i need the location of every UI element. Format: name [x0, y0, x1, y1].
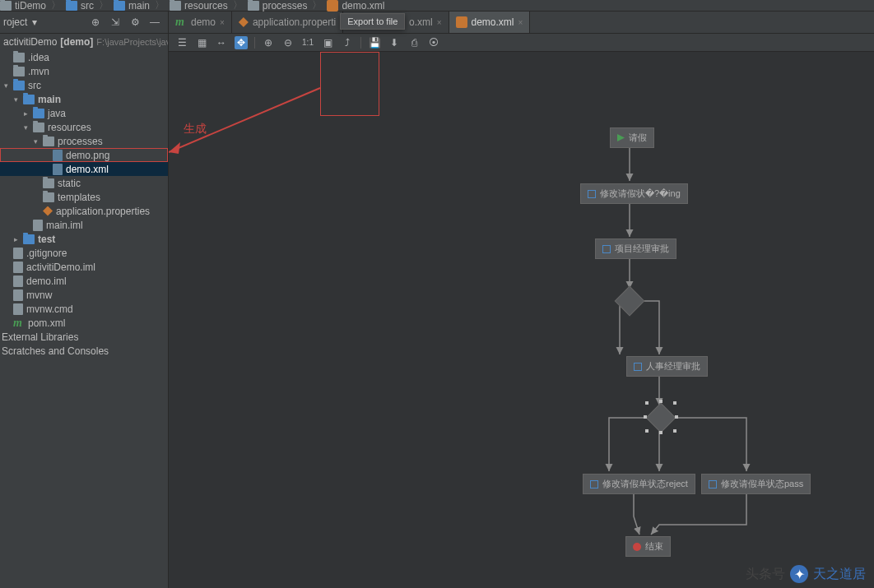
tree-node-gitignore[interactable]: ▸.gitignore	[0, 246, 168, 260]
zoom-actual-icon[interactable]: 1:1	[301, 36, 314, 49]
start-event-icon	[617, 134, 625, 141]
tree-node-mvnw-cmd[interactable]: ▸mvnw.cmd	[0, 302, 168, 316]
tree-node-processes[interactable]: ▾processes	[0, 134, 168, 148]
node-label: 项目经理审批	[615, 243, 669, 255]
watermark: 头条号 ✦ 天之道居	[746, 565, 866, 583]
user-task-icon	[588, 190, 596, 198]
folder-icon	[33, 123, 44, 132]
align-icon[interactable]: ↔	[215, 36, 228, 49]
tree-label: static	[58, 178, 81, 189]
tab-label: demo	[191, 16, 216, 28]
flow-task-modify-status-ing[interactable]: 修改请假状�?�ing	[580, 183, 688, 204]
project-tool-header[interactable]: roject ▾ ⊕ ⇲ ⚙ —	[0, 12, 169, 33]
flow-task-reject[interactable]: 修改请假单状态reject	[583, 474, 695, 494]
tree-node-scratches[interactable]: Scratches and Consoles	[0, 344, 168, 358]
tab-label: o.xml	[409, 16, 433, 28]
tree-node-demo-iml[interactable]: ▸demo.iml	[0, 274, 168, 288]
tab-application-properties[interactable]: application.properti	[232, 12, 343, 33]
select-mode-icon[interactable]: ✥	[235, 36, 248, 49]
share-icon[interactable]: ⤴	[341, 36, 354, 49]
breadcrumb-item[interactable]: resources	[170, 0, 228, 12]
flow-task-pm-approve[interactable]: 项目经理审批	[595, 238, 676, 259]
tree-label: .idea	[28, 52, 49, 63]
tree-root-path: F:\javaProjects\javawe	[96, 37, 169, 47]
tree-node-demo-xml[interactable]: ▸demo.xml	[0, 162, 168, 176]
gear-icon[interactable]: ⚙	[128, 16, 142, 29]
flow-task-pass[interactable]: 修改请假单状态pass	[701, 474, 811, 494]
tab-o-xml[interactable]: Export to file Export to file o.xml ×	[343, 12, 449, 33]
zoom-in-icon[interactable]: ⊕	[262, 36, 275, 49]
export-icon[interactable]: ⬇	[388, 36, 401, 49]
tooltip-export-to-file: Export to file	[340, 13, 405, 30]
node-label: 修改请假状�?�ing	[600, 188, 681, 200]
grid-icon[interactable]: ▦	[195, 36, 208, 49]
breadcrumb-item[interactable]: demo.xml	[327, 0, 384, 12]
file-icon	[13, 303, 23, 315]
fit-icon[interactable]: ▣	[321, 36, 334, 49]
flow-task-hr-approve[interactable]: 人事经理审批	[626, 356, 708, 377]
breadcrumb-item[interactable]: src	[66, 0, 94, 12]
breadcrumb-sep: 〉	[233, 0, 243, 12]
tree-label: demo.png	[66, 150, 109, 161]
minimize-icon[interactable]: —	[148, 16, 161, 29]
breadcrumb-sep: 〉	[155, 0, 165, 12]
folder-icon	[13, 81, 25, 90]
tree-node-mvnw[interactable]: ▸mvnw	[0, 288, 168, 302]
close-icon[interactable]: ×	[518, 18, 523, 27]
target-icon[interactable]: ⊕	[89, 16, 102, 29]
tree-node-resources[interactable]: ▾resources	[0, 120, 168, 134]
close-icon[interactable]: ×	[220, 18, 225, 27]
folder-icon	[0, 1, 12, 11]
node-label: 修改请假单状态reject	[602, 478, 688, 490]
tree-node-demo-png[interactable]: ▸demo.png	[0, 148, 168, 162]
folder-icon	[43, 137, 54, 146]
image-file-icon	[53, 150, 63, 161]
tree-node-activitidemo-iml[interactable]: ▸activitiDemo.iml	[0, 260, 168, 274]
breadcrumb-item[interactable]: processes	[248, 0, 308, 12]
tab-demo-xml[interactable]: demo.xml ×	[449, 12, 531, 33]
collapse-icon[interactable]: ⇲	[109, 16, 122, 29]
flow-start-node[interactable]: 请假	[610, 127, 654, 148]
tree-root-module: [demo]	[60, 36, 93, 48]
tree-node-idea[interactable]: ▸.idea	[0, 50, 168, 64]
annotation-text: 生成	[184, 122, 207, 137]
layout-icon[interactable]: ☰	[175, 36, 188, 49]
toolbar-separator	[360, 37, 361, 49]
print-icon[interactable]: ⎙	[407, 36, 421, 49]
tree-label: .mvn	[28, 66, 49, 77]
tree-node-mvn[interactable]: ▸.mvn	[0, 64, 168, 78]
folder-icon	[248, 1, 259, 11]
tree-node-templates[interactable]: ▸templates	[0, 190, 168, 204]
project-label: roject	[3, 16, 27, 28]
tree-node-main[interactable]: ▾main	[0, 92, 168, 106]
bpmn-canvas[interactable]: 生成	[169, 52, 874, 588]
close-icon[interactable]: ×	[437, 18, 442, 27]
tree-label: resources	[48, 122, 91, 133]
tree-node-static[interactable]: ▸static	[0, 176, 168, 190]
breadcrumb-label: processes	[263, 0, 308, 12]
xml-file-icon	[456, 16, 467, 28]
dropdown-icon[interactable]: ▾	[32, 16, 37, 28]
tab-demo[interactable]: m demo ×	[169, 12, 232, 33]
flow-end-node[interactable]: 结束	[625, 536, 671, 557]
tree-node-test[interactable]: ▸test	[0, 232, 168, 246]
tree-node-java[interactable]: ▸java	[0, 106, 168, 120]
breadcrumb-item[interactable]: tiDemo	[0, 0, 46, 12]
node-label: 人事经理审批	[646, 360, 700, 373]
tree-node-pom-xml[interactable]: ▸mpom.xml	[0, 316, 168, 330]
zoom-out-icon[interactable]: ⊖	[281, 36, 295, 49]
tree-node-external-libraries[interactable]: External Libraries	[0, 330, 168, 344]
folder-icon	[66, 1, 77, 11]
tree-node-src[interactable]: ▾src	[0, 78, 168, 92]
tree-node-application-properties[interactable]: ▸application.properties	[0, 204, 168, 218]
save-icon[interactable]: 💾	[368, 36, 381, 49]
breadcrumb-item[interactable]: main	[114, 0, 150, 12]
tree-node-main-iml[interactable]: ▸main.iml	[0, 218, 168, 232]
svg-line-0	[169, 88, 320, 152]
record-icon[interactable]: ⦿	[427, 36, 440, 49]
file-icon	[13, 262, 23, 273]
tree-root[interactable]: activitiDemo [demo] F:\javaProjects\java…	[0, 34, 168, 50]
flow-gateway-1[interactable]	[615, 286, 645, 317]
user-task-icon	[709, 480, 717, 488]
tree-label: processes	[58, 136, 103, 147]
